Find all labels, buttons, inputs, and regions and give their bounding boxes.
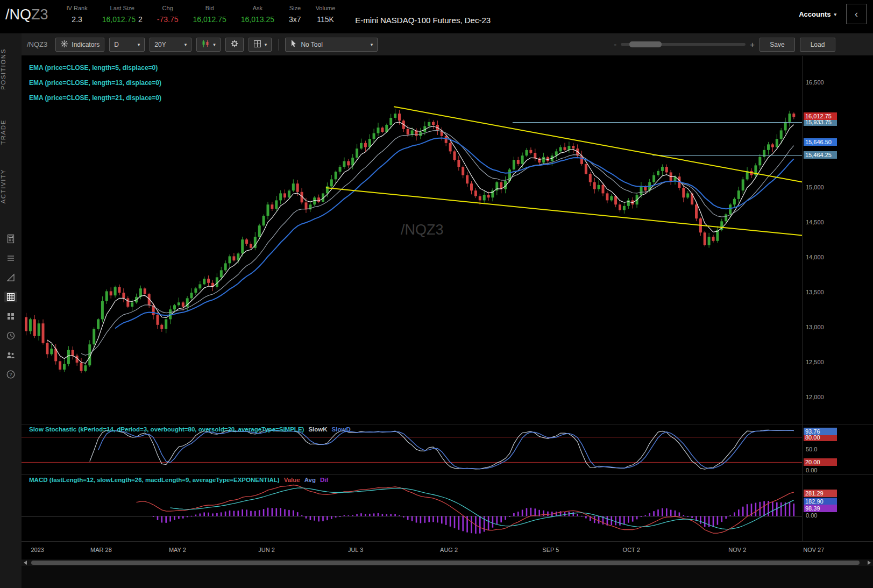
ruler-icon[interactable]: [4, 272, 17, 283]
indicators-icon: [60, 40, 68, 49]
field-value: 16,012.75: [193, 15, 226, 24]
chevron-down-icon: ▾: [213, 42, 216, 47]
save-button[interactable]: Save: [760, 38, 795, 52]
sidebar-tab-trade[interactable]: TRADE: [0, 119, 22, 145]
chart-workspace: /NQZ3 Indicators D▾ 20Y▾ ▾: [22, 33, 873, 588]
quote-header: /NQZ3 IV Rank 2.3 Last Size 16,012.752 C…: [0, 0, 873, 33]
field-label: IV Rank: [67, 5, 88, 11]
time-axis-label: MAY 2: [169, 547, 186, 553]
users-icon[interactable]: [4, 350, 17, 360]
trading-platform: /NQZ3 IV Rank 2.3 Last Size 16,012.752 C…: [0, 0, 873, 588]
chart-scrollbar[interactable]: [22, 559, 873, 566]
zoom-control: - +: [614, 40, 755, 49]
time-axis-label: OCT 2: [623, 547, 640, 553]
macd-axis: 0.00281.29182.9098.39: [802, 475, 872, 541]
rows-icon[interactable]: [4, 253, 17, 264]
symbol-title: /NQZ3: [5, 6, 48, 23]
clock-icon[interactable]: [4, 330, 17, 341]
field-value: -73.75: [157, 15, 179, 24]
price-chart-canvas[interactable]: [22, 56, 802, 424]
indicators-button[interactable]: Indicators: [55, 38, 104, 52]
sidebar-tab-positions[interactable]: POSITIONS: [0, 48, 22, 90]
left-sidebar: POSITIONS TRADE ACTIVITY ?: [0, 33, 22, 588]
collapse-panel-button[interactable]: ‹: [846, 4, 867, 24]
field-iv-rank: IV Rank 2.3: [67, 0, 88, 24]
macd-canvas[interactable]: [22, 475, 802, 541]
field-label: Chg: [162, 5, 173, 11]
chevron-down-icon: ▾: [184, 42, 187, 47]
grid-layout-icon: [253, 40, 261, 49]
scroll-left-icon[interactable]: [24, 561, 27, 565]
chart-toolbar: /NQZ3 Indicators D▾ 20Y▾ ▾: [22, 33, 873, 56]
field-value: 16,013.25: [241, 15, 274, 24]
field-value: 115K: [317, 15, 334, 24]
load-button[interactable]: Load: [800, 38, 835, 52]
stoch-axis-badge: 20.00: [804, 458, 837, 466]
stochastic-canvas[interactable]: [22, 424, 802, 474]
field-volume: Volume 115K: [316, 0, 336, 24]
price-axis-label: 14,000: [806, 254, 824, 260]
symbol-root: /NQ: [5, 6, 31, 23]
spreadsheet-icon[interactable]: [4, 292, 17, 302]
time-axis-label: MAR 28: [90, 547, 112, 553]
drawing-tool-dropdown[interactable]: No Tool ▾: [285, 38, 378, 52]
stochastic-panel: 50.00.0080.0093.7620.00 Slow Stochastic …: [22, 424, 873, 474]
price-axis-label: 15,000: [806, 184, 824, 190]
bottom-filler: [22, 566, 873, 588]
field-value: 2.3: [72, 15, 82, 24]
chevron-down-icon: ▾: [265, 42, 267, 47]
scroll-right-icon[interactable]: [868, 561, 871, 565]
help-icon[interactable]: ?: [4, 369, 17, 380]
chevron-down-icon: ▾: [371, 42, 373, 47]
grid-icon[interactable]: [4, 311, 17, 322]
field-change: Chg -73.75: [157, 0, 179, 24]
symbol-suffix: Z3: [31, 6, 48, 23]
price-axis-badge: 15,646.50: [804, 138, 837, 146]
stoch-axis-badge: 93.76: [804, 428, 837, 435]
chevron-down-icon: ▾: [834, 12, 836, 17]
time-axis-label: SEP 5: [542, 547, 559, 553]
zoom-slider-thumb[interactable]: [629, 41, 662, 47]
field-bid: Bid 16,012.75: [193, 0, 226, 24]
toolbar-divider: [278, 39, 279, 51]
cursor-icon: [290, 39, 297, 49]
price-axis-label: 13,500: [806, 289, 824, 295]
price-axis-label: 12,000: [806, 394, 824, 400]
field-value: 3x7: [289, 15, 301, 24]
grid-layout-dropdown[interactable]: ▾: [249, 38, 272, 52]
price-axis-badge: 15,464.25: [804, 151, 837, 159]
zoom-in-button[interactable]: +: [750, 40, 755, 49]
price-panel: 16,50015,00014,50014,00013,50013,00012,5…: [22, 56, 873, 424]
sidebar-icon-strip: ?: [0, 233, 22, 388]
timeframe-dropdown[interactable]: D▾: [109, 38, 145, 52]
chevron-left-icon: ‹: [855, 9, 858, 20]
stoch-axis-label: 0.00: [806, 467, 817, 473]
chevron-down-icon: ▾: [138, 42, 140, 47]
field-last-size: Last Size 16,012.752: [102, 0, 143, 24]
time-axis-label: AUG 2: [440, 547, 458, 553]
macd-axis-badge: 281.29: [804, 490, 837, 497]
sidebar-tab-activity[interactable]: ACTIVITY: [0, 169, 22, 204]
field-label: Size: [289, 5, 301, 11]
macd-panel: 0.00281.29182.9098.39 MACD (fastLength=1…: [22, 474, 873, 541]
field-label: Bid: [205, 5, 214, 11]
chart-style-dropdown[interactable]: ▾: [196, 38, 221, 52]
field-label: Volume: [316, 5, 336, 11]
time-axis-label: NOV 27: [803, 547, 824, 553]
field-size: Size 3x7: [289, 0, 301, 24]
time-axis-label: 2023: [31, 547, 44, 553]
zoom-out-button[interactable]: -: [614, 40, 616, 49]
range-dropdown[interactable]: 20Y▾: [150, 38, 191, 52]
chart-settings-button[interactable]: [225, 38, 244, 52]
calculator-icon[interactable]: [4, 233, 17, 244]
svg-text:?: ?: [9, 372, 12, 377]
time-axis: 2023MAR 28MAY 2JUN 2JUL 3AUG 2SEP 5OCT 2…: [22, 541, 873, 559]
time-axis-label: JUL 3: [348, 547, 363, 553]
scrollbar-thumb[interactable]: [31, 561, 860, 565]
chart-symbol-label: /NQZ3: [27, 40, 47, 48]
stochastic-axis: 50.00.0080.0093.7620.00: [802, 424, 872, 474]
accounts-menu[interactable]: Accounts ▾: [799, 10, 836, 18]
field-label: Ask: [253, 5, 262, 11]
stoch-axis-label: 50.0: [806, 446, 817, 452]
zoom-slider[interactable]: [621, 43, 746, 46]
